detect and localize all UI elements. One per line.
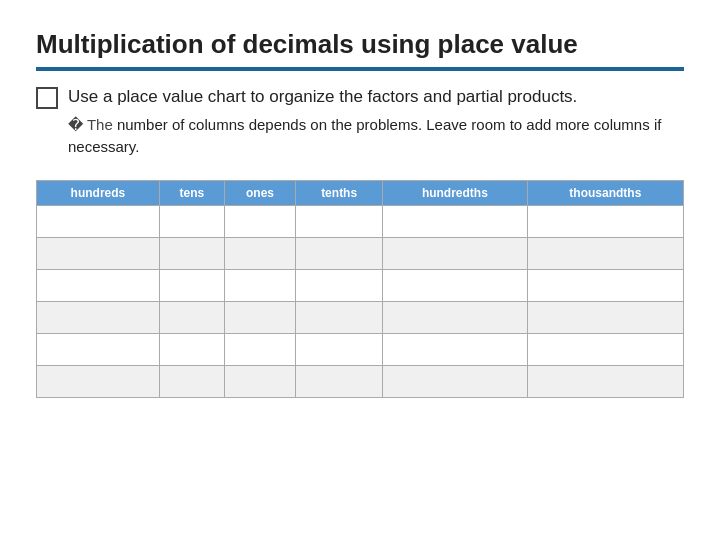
- slide: Multiplication of decimals using place v…: [0, 0, 720, 540]
- table-row: [37, 301, 684, 333]
- bullet-main-text: Use a place value chart to organize the …: [68, 85, 684, 109]
- checkbox-icon: [36, 87, 58, 109]
- col-header-tens: tens: [159, 180, 224, 205]
- bullet-content: Use a place value chart to organize the …: [68, 85, 684, 158]
- bullet-section: Use a place value chart to organize the …: [36, 85, 684, 158]
- sub-bullet-body: number of columns depends on the problem…: [68, 116, 661, 155]
- col-header-tenths: tenths: [296, 180, 383, 205]
- table-row: [37, 269, 684, 301]
- col-header-thousandths: thousandths: [527, 180, 683, 205]
- blue-divider: [36, 67, 684, 71]
- table-header-row: hundreds tens ones tenths hundredths tho…: [37, 180, 684, 205]
- slide-title: Multiplication of decimals using place v…: [36, 28, 684, 61]
- table-row: [37, 205, 684, 237]
- col-header-hundreds: hundreds: [37, 180, 160, 205]
- table-row: [37, 237, 684, 269]
- col-header-ones: ones: [224, 180, 295, 205]
- table-row: [37, 365, 684, 397]
- col-header-hundredths: hundredths: [383, 180, 528, 205]
- sub-bullet-prefix: � The: [68, 116, 113, 133]
- table-row: [37, 333, 684, 365]
- place-value-table: hundreds tens ones tenths hundredths tho…: [36, 180, 684, 398]
- sub-bullet-text: � The number of columns depends on the p…: [68, 114, 684, 158]
